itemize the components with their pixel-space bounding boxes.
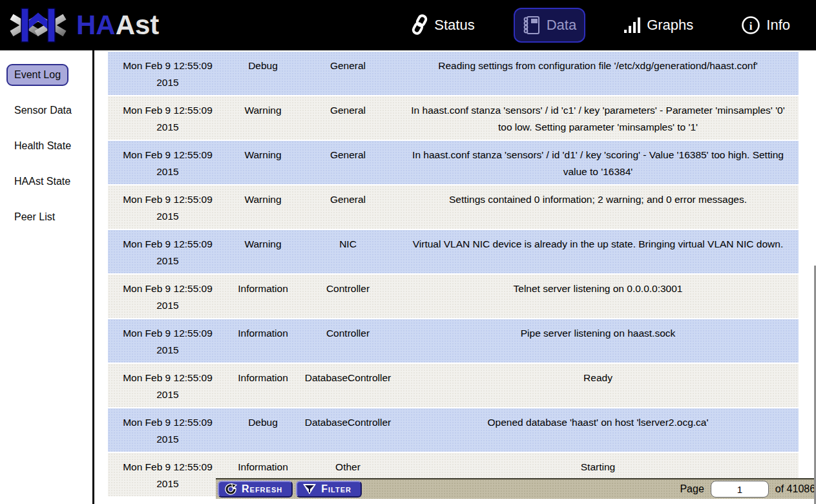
timestamp-date: Mon Feb 9 12:55:09 (112, 236, 224, 253)
sidebar-list: Event Log Sensor Data Health State HAAst… (0, 64, 92, 242)
logo-ast: Ast (116, 10, 160, 40)
page-label: Page (680, 483, 704, 495)
page-number-input[interactable] (711, 481, 769, 498)
logo-ha: HA (76, 10, 116, 40)
cell-timestamp: Mon Feb 9 12:55:09 2015 (108, 370, 227, 403)
table-row[interactable]: Mon Feb 9 12:55:09 2015 Information Cont… (108, 275, 799, 318)
top-nav: Status Data Graphs i Info (403, 7, 799, 43)
nav-data[interactable]: Data (514, 8, 585, 43)
cell-timestamp: Mon Feb 9 12:55:09 2015 (108, 236, 227, 269)
timestamp-year: 2015 (112, 119, 224, 136)
cell-severity: Information (227, 280, 298, 314)
app-logo: HAAst (5, 5, 159, 45)
cell-timestamp: Mon Feb 9 12:55:09 2015 (108, 414, 227, 448)
table-row[interactable]: Mon Feb 9 12:55:09 2015 Information Data… (108, 364, 799, 407)
table-row[interactable]: Mon Feb 9 12:55:09 2015 Warning General … (108, 141, 799, 184)
timestamp-year: 2015 (112, 431, 224, 448)
nav-graphs[interactable]: Graphs (615, 8, 702, 42)
cell-message: Reading settings from configuration file… (397, 58, 799, 91)
table-row[interactable]: Mon Feb 9 12:55:09 2015 Information Cont… (108, 319, 799, 362)
cell-message: Settings contained 0 information; 2 warn… (397, 191, 799, 225)
notebook-icon (523, 15, 541, 36)
cell-message: Opened database 'haast' on host 'lserver… (397, 414, 799, 448)
table-row[interactable]: Mon Feb 9 12:55:09 2015 Warning General … (108, 185, 799, 229)
timestamp-year: 2015 (112, 74, 224, 91)
cell-message: Pipe server listening on haast.sock (397, 325, 799, 359)
svg-text:i: i (749, 20, 753, 32)
cell-message: Virtual VLAN NIC device is already in th… (397, 236, 799, 269)
nav-label: Info (766, 17, 790, 34)
timestamp-date: Mon Feb 9 12:55:09 (112, 459, 224, 476)
table-row[interactable]: Mon Feb 9 12:55:09 2015 Warning General … (108, 96, 799, 140)
nav-info[interactable]: i Info (732, 8, 799, 42)
cell-severity: Warning (227, 147, 298, 180)
sidebar: Event Log Sensor Data Health State HAAst… (0, 50, 92, 504)
cell-timestamp: Mon Feb 9 12:55:09 2015 (108, 459, 227, 492)
timestamp-date: Mon Feb 9 12:55:09 (112, 58, 224, 74)
cell-category: General (298, 147, 397, 180)
link-icon (412, 14, 428, 36)
sidebar-item-peer-list[interactable]: Peer List (6, 206, 63, 228)
nav-label: Data (547, 17, 576, 34)
cell-severity: Information (227, 370, 298, 403)
timestamp-year: 2015 (112, 208, 224, 225)
timestamp-year: 2015 (112, 297, 224, 314)
refresh-label: Refresh (242, 483, 282, 495)
sidebar-divider (92, 50, 94, 504)
cell-category: General (298, 102, 397, 136)
refresh-button[interactable]: Refresh (218, 481, 293, 498)
cell-timestamp: Mon Feb 9 12:55:09 2015 (108, 325, 227, 359)
timestamp-year: 2015 (112, 342, 224, 359)
cell-message: In haast.conf stanza 'sensors' / id 'd1'… (397, 147, 799, 180)
cell-category: NIC (298, 236, 397, 269)
cell-category: General (298, 58, 397, 91)
nav-status[interactable]: Status (403, 7, 483, 43)
table-footer-bar: Refresh Filter Page of 410865 (216, 478, 816, 499)
timestamp-date: Mon Feb 9 12:55:09 (112, 325, 224, 342)
sidebar-item-haast-state[interactable]: HAAst State (6, 171, 78, 193)
cell-category: DatabaseController (298, 414, 397, 448)
cell-severity: Information (227, 325, 298, 359)
cell-severity: Warning (227, 236, 298, 269)
sidebar-item-event-log[interactable]: Event Log (6, 64, 68, 86)
cell-category: General (298, 191, 397, 225)
nav-label: Graphs (647, 17, 693, 34)
cell-category: DatabaseController (298, 370, 397, 403)
table-row[interactable]: Mon Feb 9 12:55:09 2015 Debug General Re… (108, 52, 799, 95)
table-row[interactable]: Mon Feb 9 12:55:09 2015 Debug DatabaseCo… (108, 408, 799, 452)
cell-timestamp: Mon Feb 9 12:55:09 2015 (108, 102, 227, 136)
page-body: Event Log Sensor Data Health State HAAst… (0, 50, 816, 504)
cell-severity: Warning (227, 191, 298, 225)
cell-severity: Warning (227, 102, 298, 136)
cell-message: Ready (397, 370, 799, 403)
refresh-icon (224, 483, 237, 496)
cell-message: In haast.conf stanza 'sensors' / id 'c1'… (397, 102, 799, 136)
timestamp-date: Mon Feb 9 12:55:09 (112, 280, 224, 297)
cell-category: Controller (298, 325, 397, 359)
nav-label: Status (434, 17, 474, 34)
timestamp-date: Mon Feb 9 12:55:09 (112, 191, 224, 208)
filter-button[interactable]: Filter (296, 481, 362, 498)
cell-timestamp: Mon Feb 9 12:55:09 2015 (108, 58, 227, 91)
sidebar-item-health-state[interactable]: Health State (6, 135, 79, 157)
timestamp-date: Mon Feb 9 12:55:09 (112, 102, 224, 119)
timestamp-year: 2015 (112, 253, 224, 269)
timestamp-date: Mon Feb 9 12:55:09 (112, 147, 224, 163)
app-header: HAAst Status Data Graphs (0, 0, 816, 50)
cell-timestamp: Mon Feb 9 12:55:09 2015 (108, 147, 227, 180)
pagination: Page of 410865 (680, 480, 816, 498)
haast-logo-icon (5, 5, 71, 45)
timestamp-date: Mon Feb 9 12:55:09 (112, 414, 224, 431)
bar-chart-icon (624, 16, 641, 35)
info-icon: i (741, 16, 760, 35)
timestamp-year: 2015 (112, 386, 224, 403)
table-row[interactable]: Mon Feb 9 12:55:09 2015 Warning NIC Virt… (108, 230, 799, 273)
filter-label: Filter (321, 483, 351, 495)
cell-message: Telnet server listening on 0.0.0.0:3001 (397, 280, 799, 314)
filter-funnel-icon (302, 483, 317, 496)
cell-timestamp: Mon Feb 9 12:55:09 2015 (108, 280, 227, 314)
event-log-table: Mon Feb 9 12:55:09 2015 Debug General Re… (108, 50, 799, 496)
app-title: HAAst (76, 10, 159, 41)
cell-severity: Debug (227, 58, 298, 91)
sidebar-item-sensor-data[interactable]: Sensor Data (6, 100, 79, 121)
